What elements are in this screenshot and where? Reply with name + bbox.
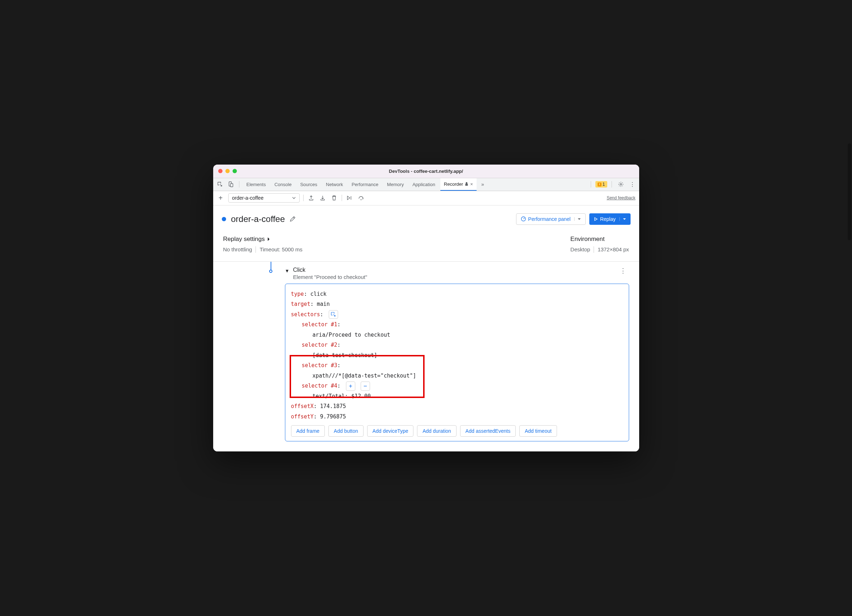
recording-header: order-a-coffee Performance panel Replay	[213, 205, 639, 229]
chevron-right-icon	[267, 237, 270, 241]
code-val-sel1[interactable]: aria/Proceed to checkout	[313, 332, 390, 338]
performance-panel-label: Performance panel	[528, 216, 571, 222]
devtools-tabstrip: Elements Console Sources Network Perform…	[213, 178, 639, 191]
tab-sources[interactable]: Sources	[296, 178, 321, 191]
close-window-button[interactable]	[218, 169, 222, 173]
code-val-sel3[interactable]: xpath///*[@data-test="checkout"]	[313, 372, 416, 379]
add-frame-button[interactable]: Add frame	[291, 425, 325, 437]
traffic-lights	[218, 169, 237, 173]
svg-point-3	[620, 184, 621, 185]
tab-recorder[interactable]: Recorder ×	[440, 178, 477, 191]
recording-status-dot	[222, 217, 226, 221]
code-val-sel4[interactable]: text/Total: $12.00	[313, 393, 371, 399]
tab-memory[interactable]: Memory	[383, 178, 407, 191]
code-key-target: target	[291, 301, 310, 307]
add-timeout-button[interactable]: Add timeout	[519, 425, 557, 437]
more-tabs-icon[interactable]: »	[478, 180, 487, 189]
code-val-offsetx[interactable]: : 174.1875	[314, 403, 346, 410]
chevron-down-icon	[292, 196, 296, 200]
dimensions-value: 1372×804 px	[598, 246, 629, 252]
code-key-offsetx: offsetX	[291, 403, 314, 410]
window-title: DevTools - coffee-cart.netlify.app/	[213, 169, 639, 174]
devtools-window: DevTools - coffee-cart.netlify.app/ Elem…	[213, 164, 639, 452]
titlebar: DevTools - coffee-cart.netlify.app/	[213, 164, 639, 178]
step-play-icon[interactable]	[346, 194, 353, 202]
recording-select-value: order-a-coffee	[232, 195, 264, 201]
code-key-sel4: selector #4	[302, 383, 337, 389]
add-button-button[interactable]: Add button	[328, 425, 364, 437]
tab-console[interactable]: Console	[271, 178, 295, 191]
add-devicetype-button[interactable]: Add deviceType	[367, 425, 414, 437]
code-val-selectors: :	[320, 311, 323, 318]
separator	[341, 195, 342, 201]
chevron-down-icon[interactable]	[619, 217, 626, 221]
separator	[612, 181, 612, 188]
device-value: Desktop	[570, 246, 590, 252]
separator	[303, 195, 304, 201]
device-toggle-icon[interactable]	[226, 180, 236, 189]
tab-network[interactable]: Network	[322, 178, 347, 191]
step-details-card: type: click target: main selectors: sele…	[285, 284, 629, 442]
step-over-icon[interactable]	[357, 194, 365, 202]
svg-rect-1	[230, 184, 233, 187]
export-icon[interactable]	[307, 194, 315, 202]
warnings-badge[interactable]: 1	[595, 181, 607, 188]
maximize-window-button[interactable]	[233, 169, 237, 173]
timeline-dot	[269, 270, 272, 273]
warning-count: 1	[603, 182, 605, 187]
chevron-down-icon[interactable]: ▼	[285, 268, 290, 274]
edit-title-icon[interactable]	[289, 216, 296, 222]
send-feedback-link[interactable]: Send feedback	[607, 196, 635, 200]
element-picker-icon[interactable]	[329, 310, 338, 319]
add-assertedevents-button[interactable]: Add assertedEvents	[460, 425, 516, 437]
code-key-sel3: selector #3	[302, 362, 337, 369]
code-val-offsety[interactable]: : 9.796875	[314, 413, 346, 420]
throttling-value: No throttling	[223, 246, 252, 252]
step-subtitle: Element "Proceed to checkout"	[293, 274, 367, 280]
separator	[239, 181, 239, 188]
code-key-sel1: selector #1	[302, 321, 337, 328]
new-recording-button[interactable]: +	[217, 194, 225, 202]
chevron-down-icon[interactable]	[574, 217, 581, 221]
replay-button[interactable]: Replay	[589, 213, 631, 225]
recording-title: order-a-coffee	[231, 214, 285, 224]
replay-settings-heading[interactable]: Replay settings	[223, 236, 302, 243]
recorder-toolbar: + order-a-coffee Send feedback	[213, 191, 639, 205]
step-area: ▼ Click Element "Proceed to checkout" ⋮ …	[213, 262, 639, 452]
replay-label: Replay	[600, 216, 616, 222]
separator	[255, 246, 256, 253]
delete-icon[interactable]	[330, 194, 338, 202]
remove-selector-button[interactable]: −	[361, 381, 370, 391]
warning-icon	[598, 182, 601, 187]
code-key-selectors: selectors	[291, 311, 320, 318]
step-header[interactable]: ▼ Click Element "Proceed to checkout" ⋮	[270, 262, 629, 284]
close-tab-icon[interactable]: ×	[470, 181, 473, 187]
inspect-icon[interactable]	[215, 180, 225, 189]
code-key-offsety: offsetY	[291, 413, 314, 420]
code-val-type[interactable]: : click	[304, 291, 326, 297]
import-icon[interactable]	[319, 194, 326, 202]
code-key-type: type	[291, 291, 304, 297]
flask-icon	[464, 182, 469, 186]
settings-bar: Replay settings No throttling Timeout: 5…	[213, 229, 639, 262]
step-title: Click	[293, 267, 367, 273]
add-attribute-row: Add frame Add button Add deviceType Add …	[291, 425, 623, 437]
tab-performance[interactable]: Performance	[348, 178, 382, 191]
minimize-window-button[interactable]	[225, 169, 230, 173]
add-duration-button[interactable]: Add duration	[417, 425, 456, 437]
code-val-sel2[interactable]: [data-test=checkout]	[313, 352, 378, 358]
settings-gear-icon[interactable]	[616, 180, 625, 189]
tab-recorder-label: Recorder	[444, 181, 463, 187]
add-selector-button[interactable]: +	[346, 381, 355, 391]
environment-heading: Environment	[570, 236, 629, 243]
performance-panel-button[interactable]: Performance panel	[516, 213, 586, 225]
step-kebab-menu-icon[interactable]: ⋮	[620, 267, 629, 275]
tab-elements[interactable]: Elements	[243, 178, 269, 191]
timeout-value: Timeout: 5000 ms	[260, 246, 302, 252]
tab-application[interactable]: Application	[409, 178, 439, 191]
kebab-menu-icon[interactable]: ⋮	[628, 180, 637, 189]
recording-select[interactable]: order-a-coffee	[228, 193, 300, 203]
play-icon	[594, 217, 598, 221]
code-val-target[interactable]: : main	[310, 301, 330, 307]
gauge-icon	[521, 216, 526, 221]
